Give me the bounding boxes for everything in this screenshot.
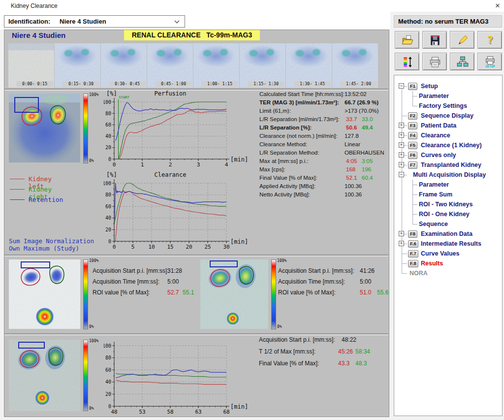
- tree-expand-plus-icon[interactable]: +: [399, 142, 404, 148]
- tree-item-label[interactable]: Sequence Display: [421, 112, 473, 119]
- svg-text:[%]: [%]: [106, 340, 117, 341]
- color-scale-icon: [401, 56, 414, 68]
- tree-item-label[interactable]: ROI - One Kidney: [419, 211, 470, 218]
- tree-item[interactable]: −F1Setup: [394, 81, 502, 91]
- kidney-clearance-window: Kidney Clearance ✕ Identification: Niere…: [0, 0, 504, 420]
- svg-text:[%]: [%]: [106, 90, 117, 97]
- legend-line-swatch: [10, 199, 25, 200]
- svg-text:63: 63: [195, 409, 201, 415]
- tree-item-label[interactable]: NORA: [410, 270, 428, 277]
- tree-item-label[interactable]: Results: [421, 260, 443, 267]
- tree-item-label[interactable]: Curves only: [421, 152, 456, 159]
- tree-expand-plus-icon[interactable]: +: [399, 231, 404, 236]
- tree-expand-plus-icon[interactable]: +: [399, 241, 404, 246]
- tree-item[interactable]: NORA: [394, 268, 502, 278]
- tree-expand-plus-icon[interactable]: +: [399, 123, 404, 128]
- film-frame: 1:45- 2:00: [332, 43, 378, 88]
- tree-item[interactable]: +F8Examination Data: [394, 229, 502, 239]
- svg-text:[min]: [min]: [230, 156, 248, 163]
- tree-item[interactable]: ROI - Two Kidneys: [394, 199, 502, 209]
- result-value-right: 60.4: [362, 175, 373, 181]
- identification-label: Identification:: [8, 18, 50, 25]
- tree-item[interactable]: +F6Curves only: [394, 150, 502, 160]
- tree-item[interactable]: Frame Sum: [394, 190, 502, 199]
- late-value-right: 58:34: [355, 348, 370, 355]
- tree-item-label[interactable]: ROI - Two Kidneys: [419, 201, 473, 208]
- tree-expand-minus-icon[interactable]: −: [399, 172, 404, 177]
- tree-item-label[interactable]: Examination Data: [421, 230, 472, 237]
- edit-pencil-icon: [456, 34, 469, 47]
- film-frame-time: 0:30- 0:45: [109, 81, 146, 87]
- tree-item-label[interactable]: Sequence: [419, 221, 448, 227]
- film-frame-time: 1:15- 1:30: [248, 81, 284, 87]
- result-value: >173 (70.0%): [345, 108, 378, 114]
- tree-item[interactable]: +F5Clearance (1 Kidney): [394, 140, 502, 150]
- tree-item-label[interactable]: Frame Sum: [419, 191, 452, 198]
- tree-item[interactable]: ROI - One Kidney: [394, 209, 502, 219]
- film-frame: 1:15- 1:30: [240, 43, 285, 88]
- roi-left-label: ROI value [% of Max]:: [93, 289, 150, 296]
- tree-expand-plus-icon[interactable]: +: [399, 152, 404, 158]
- svg-text:80: 80: [105, 355, 111, 360]
- tree-expand-plus-icon[interactable]: +: [399, 132, 404, 138]
- tree-item[interactable]: F2Sequence Display: [394, 111, 502, 121]
- toolbar-button-network-print[interactable]: [450, 53, 474, 70]
- toolbar-button-save[interactable]: [422, 31, 447, 49]
- tree-expand-minus-icon[interactable]: −: [399, 83, 404, 89]
- roi-right-value-left: 51.0: [360, 289, 371, 296]
- tree-item-label[interactable]: Transplanted Kidney: [421, 162, 481, 168]
- network-print-icon: [456, 56, 469, 68]
- toolbar-button-color-scale[interactable]: [395, 53, 419, 70]
- tree-connector: [402, 116, 407, 116]
- tree-connector: [402, 209, 402, 219]
- svg-text:20: 20: [105, 227, 111, 232]
- tree-item-label[interactable]: Multi Acquisition Display: [413, 171, 486, 178]
- tree-item[interactable]: Parameter: [394, 91, 502, 101]
- tree-item[interactable]: F.8Results: [394, 258, 502, 268]
- svg-text:60: 60: [105, 204, 111, 209]
- tree-item-label[interactable]: Clearance (1 Kidney): [421, 142, 482, 149]
- tree-connector: [412, 96, 417, 97]
- film-frame-time: 1:00- 1:15: [201, 81, 238, 87]
- toolbar-button-print[interactable]: [422, 53, 447, 70]
- roi-left-value-right: 55.1: [183, 289, 194, 296]
- result-label: Clearance (not norm.) [ml/min]:: [259, 133, 338, 139]
- toolbar-button-help[interactable]: ??: [477, 31, 502, 49]
- tree-item-label[interactable]: Curve Values: [421, 250, 460, 257]
- svg-text:[%]: [%]: [106, 171, 117, 178]
- tree-item-label[interactable]: Clearance: [421, 132, 450, 139]
- tree-item[interactable]: +F3Patient Data: [394, 121, 502, 130]
- tree-connector: [402, 180, 402, 190]
- tree-item[interactable]: +F4Clearance: [394, 130, 502, 140]
- tree-item-label[interactable]: Factory Settings: [419, 102, 467, 109]
- toolbar-button-print-setup[interactable]: SETUP: [477, 53, 502, 70]
- tree-item[interactable]: Parameter: [394, 180, 502, 190]
- toolbar-button-edit-pencil[interactable]: [450, 31, 474, 49]
- tree-item[interactable]: +F7Transplanted Kidney: [394, 160, 502, 170]
- close-icon[interactable]: ✕: [492, 1, 503, 10]
- result-value-left: 33.7: [346, 116, 357, 122]
- result-value: 100.36: [345, 192, 362, 197]
- renal-clearance-banner: RENAL CLEARANCE Tc-99m-MAG3: [124, 30, 260, 40]
- roi-image-second-acq: [200, 259, 268, 329]
- svg-text:4: 4: [225, 162, 228, 168]
- result-value: OBERHAUSEN: [345, 150, 384, 156]
- normalization-note-line2: Own Maximum (Study): [9, 245, 79, 252]
- tree-item-label[interactable]: Patient Data: [421, 122, 456, 129]
- tree-item-label[interactable]: Parameter: [419, 93, 449, 99]
- tree-item-label[interactable]: Parameter: [419, 181, 449, 188]
- identification-select[interactable]: Identification: Niere 4 Studien: [4, 15, 185, 28]
- tree-item[interactable]: F.7Curve Values: [394, 249, 502, 258]
- tree-item[interactable]: −Multi Acquisition Display: [394, 170, 502, 180]
- tree-item[interactable]: +F.6Intermediate Results: [394, 239, 502, 249]
- tree-item-label[interactable]: Intermediate Results: [421, 240, 481, 247]
- svg-text:40: 40: [105, 215, 111, 221]
- tree-item-label[interactable]: Setup: [421, 83, 438, 90]
- toolbar-button-open-folder[interactable]: [395, 31, 419, 49]
- tree-item[interactable]: Factory Settings: [394, 101, 502, 111]
- tree-item[interactable]: Sequence: [394, 219, 502, 229]
- tree-expand-plus-icon[interactable]: +: [399, 162, 404, 167]
- result-value: Linear: [345, 141, 360, 147]
- color-scale-min-label: 0%: [89, 324, 94, 329]
- result-label: Calculated Start Time [hh:mm:ss]:: [259, 91, 345, 97]
